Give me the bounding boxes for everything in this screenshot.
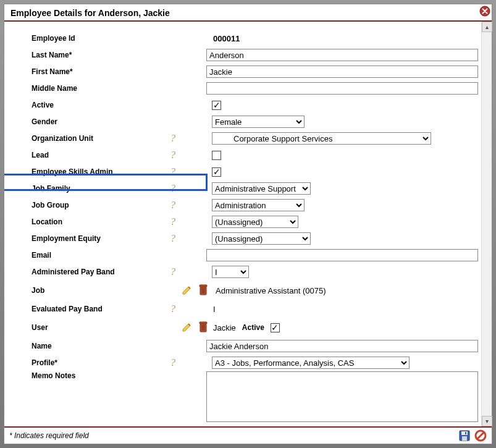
job-family-select[interactable]: Administrative Support xyxy=(212,182,311,195)
label-lead: Lead xyxy=(32,151,166,159)
gender-select[interactable]: Female xyxy=(212,116,305,128)
label-org-unit: Organization Unit xyxy=(32,134,166,143)
label-job-group: Job Group xyxy=(32,201,166,209)
label-email: Email xyxy=(32,251,162,260)
user-active-label: Active xyxy=(242,323,264,332)
email-input[interactable] xyxy=(206,249,478,261)
user-value: Jackie xyxy=(212,323,236,332)
org-unit-select[interactable]: Corporate Support Services xyxy=(212,132,431,145)
delete-icon[interactable] xyxy=(198,284,209,296)
admin-pay-band-select[interactable]: I xyxy=(212,266,249,278)
edit-icon[interactable] xyxy=(182,321,193,332)
first-name-input[interactable] xyxy=(206,66,478,78)
user-active-checkbox[interactable] xyxy=(271,323,280,332)
svg-rect-12 xyxy=(461,431,468,435)
help-icon[interactable]: ? xyxy=(166,303,180,315)
label-emp-equity: Employment Equity xyxy=(32,234,166,243)
vertical-scrollbar[interactable]: ▴ ▾ xyxy=(481,22,492,426)
required-field-note: * Indicates required field xyxy=(9,431,89,440)
employee-id-value: 000011 xyxy=(212,34,240,43)
svg-rect-13 xyxy=(462,436,467,441)
help-icon[interactable]: ? xyxy=(166,266,180,277)
label-first-name: First Name* xyxy=(32,67,162,76)
memo-notes-textarea[interactable] xyxy=(206,371,478,422)
label-memo-notes: Memo Notes xyxy=(32,371,162,380)
label-admin-pay-band: Administered Pay Band xyxy=(32,268,166,276)
svg-line-16 xyxy=(477,433,484,439)
emp-equity-select[interactable]: (Unassigned) xyxy=(212,232,311,245)
help-icon[interactable]: ? xyxy=(166,233,180,244)
label-active: Active xyxy=(32,101,166,109)
label-profile: Profile* xyxy=(32,358,166,367)
edit-icon[interactable] xyxy=(182,284,193,295)
window-title: Employee Details for Anderson, Jackie xyxy=(11,8,170,18)
cancel-icon[interactable] xyxy=(474,429,487,442)
help-icon[interactable]: ? xyxy=(166,200,180,211)
svg-rect-2 xyxy=(200,285,207,287)
label-job: Job xyxy=(32,286,166,295)
scroll-up-icon[interactable]: ▴ xyxy=(482,22,492,32)
form-scroll-area: Employee Id 000011 Last Name* First Name… xyxy=(4,22,492,426)
label-location: Location xyxy=(32,218,166,226)
help-icon[interactable]: ? xyxy=(166,357,180,368)
help-icon[interactable]: ? xyxy=(166,150,180,161)
eval-pay-band-value: I xyxy=(212,305,216,314)
job-group-select[interactable]: Administration xyxy=(212,199,305,211)
middle-name-input[interactable] xyxy=(206,82,478,95)
location-select[interactable]: (Unassigned) xyxy=(212,216,298,228)
label-middle-name: Middle Name xyxy=(32,84,162,93)
label-gender: Gender xyxy=(32,117,166,126)
svg-rect-7 xyxy=(200,322,207,324)
help-icon[interactable]: ? xyxy=(166,216,180,227)
help-icon[interactable]: ? xyxy=(166,166,180,177)
close-icon[interactable] xyxy=(479,6,490,17)
active-checkbox[interactable] xyxy=(212,101,221,110)
skills-admin-checkbox[interactable] xyxy=(212,167,221,177)
job-value: Administrative Assistant (0075) xyxy=(212,286,326,295)
label-eval-pay-band: Evaluated Pay Band xyxy=(32,305,166,313)
lead-checkbox[interactable] xyxy=(212,151,221,160)
name-input[interactable] xyxy=(206,340,478,352)
label-employee-id: Employee Id xyxy=(32,34,166,43)
help-icon[interactable]: ? xyxy=(166,183,180,194)
profile-select[interactable]: A3 - Jobs, Performance, Analysis, CAS xyxy=(212,357,410,369)
save-icon[interactable] xyxy=(458,429,471,442)
label-user: User xyxy=(32,323,166,332)
delete-icon[interactable] xyxy=(198,321,209,333)
label-last-name: Last Name* xyxy=(32,51,162,59)
help-icon[interactable]: ? xyxy=(166,133,180,144)
label-job-family: Job Family xyxy=(32,184,166,193)
scroll-down-icon[interactable]: ▾ xyxy=(482,416,492,426)
label-name: Name xyxy=(32,342,162,350)
label-skills-admin: Employee Skills Admin xyxy=(32,167,166,176)
svg-rect-14 xyxy=(465,432,466,434)
last-name-input[interactable] xyxy=(206,49,478,61)
